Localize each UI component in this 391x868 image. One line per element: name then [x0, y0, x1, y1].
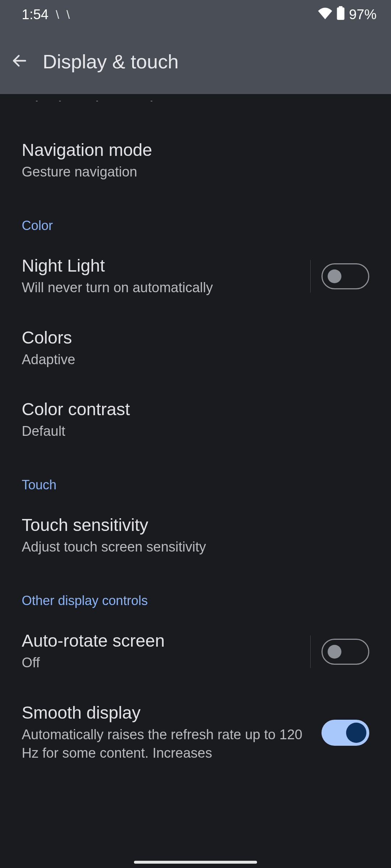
status-left: 1:54 \ \	[22, 7, 70, 22]
status-bar: 1:54 \ \ 97%	[0, 0, 391, 29]
night-light-toggle[interactable]	[321, 263, 369, 289]
app-header: Display & touch	[0, 29, 391, 94]
setting-subtitle: Will never turn on automatically	[22, 278, 303, 297]
setting-auto-rotate[interactable]: Auto-rotate screen Off	[0, 616, 391, 687]
gesture-nav-handle[interactable]	[134, 861, 257, 864]
status-indicator-icon: \	[56, 8, 59, 22]
setting-title: Touch sensitivity	[22, 515, 369, 535]
setting-subtitle: Off	[22, 654, 303, 672]
back-icon[interactable]	[11, 52, 28, 71]
setting-navigation-mode[interactable]: Navigation mode Gesture navigation	[0, 125, 391, 196]
setting-smooth-display[interactable]: Smooth display Automatically raises the …	[0, 688, 391, 778]
status-time: 1:54	[22, 7, 49, 22]
setting-subtitle: Automatically raises the refresh rate up…	[22, 726, 304, 763]
battery-percentage: 97%	[349, 7, 377, 22]
battery-icon	[337, 6, 345, 23]
status-indicator-icon: \	[66, 8, 70, 22]
setting-title: Navigation mode	[22, 140, 369, 160]
status-right: 97%	[318, 6, 377, 23]
setting-night-light[interactable]: Night Light Will never turn on automatic…	[0, 241, 391, 312]
page-title: Display & touch	[43, 50, 178, 73]
wifi-icon	[318, 7, 332, 22]
setting-colors[interactable]: Colors Adaptive	[0, 312, 391, 384]
divider	[310, 260, 311, 293]
toggle-knob	[328, 645, 341, 659]
section-header-other: Other display controls	[0, 571, 391, 616]
smooth-display-toggle[interactable]	[321, 720, 369, 746]
setting-title: Smooth display	[22, 703, 304, 723]
setting-display-size-partial[interactable]: Display size and text	[0, 94, 391, 101]
svg-rect-1	[339, 6, 342, 8]
setting-subtitle: Gesture navigation	[22, 163, 369, 181]
setting-subtitle: Default	[22, 422, 369, 441]
setting-color-contrast[interactable]: Color contrast Default	[0, 384, 391, 456]
divider	[310, 635, 311, 668]
setting-touch-sensitivity[interactable]: Touch sensitivity Adjust touch screen se…	[0, 500, 391, 571]
section-header-color: Color	[0, 196, 391, 241]
setting-title: Auto-rotate screen	[22, 631, 303, 651]
setting-title: Night Light	[22, 256, 303, 276]
svg-rect-0	[337, 7, 345, 20]
toggle-knob	[346, 723, 366, 743]
section-header-touch: Touch	[0, 456, 391, 500]
setting-subtitle: Adaptive	[22, 350, 369, 369]
toggle-knob	[328, 269, 341, 283]
setting-title: Color contrast	[22, 399, 369, 419]
auto-rotate-toggle[interactable]	[321, 639, 369, 665]
setting-title: Colors	[22, 328, 369, 348]
setting-subtitle: Adjust touch screen sensitivity	[22, 538, 369, 556]
settings-content[interactable]: Display size and text Navigation mode Ge…	[0, 94, 391, 868]
